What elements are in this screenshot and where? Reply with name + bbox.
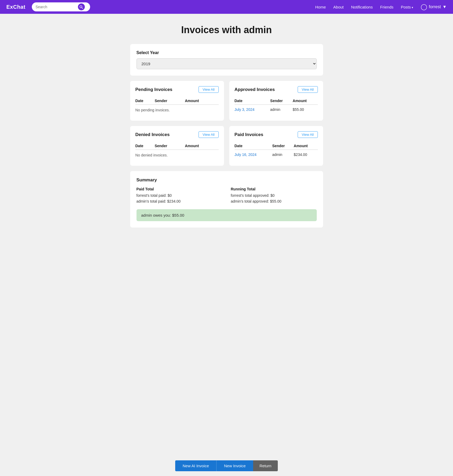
denied-col-amount: Amount: [185, 142, 218, 150]
paid-sender: admin: [272, 150, 294, 160]
paid-col-amount: Amount: [294, 142, 318, 150]
nav-friends[interactable]: Friends: [380, 5, 393, 9]
denied-empty-row: No denied invoices.: [135, 150, 219, 161]
denied-invoices-header: Denied Invoices View All: [135, 131, 219, 138]
admin-approved-line: admin's total approved: $55.00: [231, 199, 317, 203]
bottom-bar: New AI Invoice New Invoice Return: [0, 456, 453, 476]
pending-invoices-header: Pending Invoices View All: [135, 86, 219, 93]
invoice-grid: Pending Invoices View All Date Sender Am…: [130, 81, 323, 166]
paid-invoices-card: Paid Invoices View All Date Sender Amoun…: [229, 126, 323, 166]
nav-posts[interactable]: Posts: [401, 5, 413, 9]
new-invoice-button[interactable]: New Invoice: [216, 460, 253, 471]
pending-invoices-table: Date Sender Amount No pending invoices.: [135, 97, 219, 115]
search-bar[interactable]: [32, 2, 90, 11]
pending-invoices-title: Pending Invoices: [135, 87, 173, 92]
search-input[interactable]: [36, 5, 78, 9]
denied-invoices-title: Denied Invoices: [135, 132, 170, 137]
denied-view-all-button[interactable]: View All: [199, 131, 218, 138]
nav-user[interactable]: ◯ forrest ▼: [421, 3, 447, 10]
approved-date-link[interactable]: July 3, 2024: [235, 107, 255, 112]
denied-col-date: Date: [135, 142, 155, 150]
approved-sender: admin: [270, 105, 293, 115]
running-total-title: Running Total: [231, 187, 317, 191]
search-button[interactable]: [78, 3, 85, 10]
year-select-dropdown[interactable]: 2019 2020 2021 2022 2023 2024: [137, 58, 317, 69]
approved-amount: $55.00: [293, 105, 318, 115]
paid-date-link[interactable]: July 16, 2024: [235, 152, 257, 157]
nav-about[interactable]: About: [333, 5, 344, 9]
denied-invoices-card: Denied Invoices View All Date Sender Amo…: [130, 126, 224, 166]
year-select-card: Select Year 2019 2020 2021 2022 2023 202…: [130, 44, 323, 76]
user-dropdown-icon: ▼: [442, 5, 447, 9]
pending-empty-message: No pending invoices.: [135, 105, 219, 116]
page-title: Invoices with admin: [130, 24, 323, 36]
summary-grid: Paid Total forrest's total paid: $0 admi…: [137, 187, 317, 205]
table-row: July 16, 2024 admin $234.00: [235, 150, 318, 160]
main-content: Invoices with admin Select Year 2019 202…: [126, 14, 327, 254]
pending-view-all-button[interactable]: View All: [199, 86, 218, 93]
paid-invoices-title: Paid Invoices: [235, 132, 263, 137]
nav-links: Home About Notifications Friends Posts ◯…: [315, 3, 447, 10]
nav-notifications[interactable]: Notifications: [351, 5, 373, 9]
paid-total-title: Paid Total: [137, 187, 222, 191]
paid-invoices-table: Date Sender Amount July 16, 2024 admin $…: [235, 142, 318, 159]
navbar: ExChat Home About Notifications Friends …: [0, 0, 453, 14]
approved-invoices-table: Date Sender Amount July 3, 2024 admin $5…: [235, 97, 318, 114]
return-button[interactable]: Return: [253, 460, 278, 471]
denied-invoices-table: Date Sender Amount No denied invoices.: [135, 142, 219, 160]
approved-col-date: Date: [235, 97, 270, 105]
nav-username: forrest: [429, 5, 441, 9]
pending-empty-row: No pending invoices.: [135, 105, 219, 116]
denied-col-sender: Sender: [155, 142, 185, 150]
brand-logo[interactable]: ExChat: [6, 4, 25, 10]
action-buttons: New AI Invoice New Invoice Return: [175, 460, 278, 471]
year-label: Select Year: [137, 50, 317, 55]
denied-empty-message: No denied invoices.: [135, 150, 219, 161]
admin-paid-line: admin's total paid: $234.00: [137, 199, 222, 203]
table-row: July 3, 2024 admin $55.00: [235, 105, 318, 115]
paid-col-date: Date: [235, 142, 272, 150]
pending-col-amount: Amount: [185, 97, 218, 105]
paid-view-all-button[interactable]: View All: [298, 131, 318, 138]
pending-col-date: Date: [135, 97, 155, 105]
forrest-paid-line: forrest's total paid: $0: [137, 193, 222, 198]
user-avatar-icon: ◯: [421, 3, 427, 10]
pending-col-sender: Sender: [155, 97, 185, 105]
running-total-block: Running Total forrest's total approved: …: [231, 187, 317, 205]
approved-view-all-button[interactable]: View All: [298, 86, 318, 93]
approved-col-amount: Amount: [293, 97, 318, 105]
forrest-approved-line: forrest's total approved: $0: [231, 193, 317, 198]
paid-col-sender: Sender: [272, 142, 294, 150]
nav-home[interactable]: Home: [315, 5, 326, 9]
summary-card: Summary Paid Total forrest's total paid:…: [130, 171, 323, 228]
summary-highlight: admin owes you: $55.00: [137, 209, 317, 221]
new-ai-invoice-button[interactable]: New AI Invoice: [175, 460, 216, 471]
summary-title: Summary: [137, 177, 317, 183]
approved-invoices-card: Approved Invoices View All Date Sender A…: [229, 81, 323, 121]
approved-col-sender: Sender: [270, 97, 293, 105]
approved-invoices-header: Approved Invoices View All: [235, 86, 318, 93]
pending-invoices-card: Pending Invoices View All Date Sender Am…: [130, 81, 224, 121]
search-icon: [80, 5, 83, 9]
paid-total-block: Paid Total forrest's total paid: $0 admi…: [137, 187, 222, 205]
approved-invoices-title: Approved Invoices: [235, 87, 275, 92]
svg-line-1: [82, 7, 83, 8]
paid-invoices-header: Paid Invoices View All: [235, 131, 318, 138]
paid-amount: $234.00: [294, 150, 318, 160]
